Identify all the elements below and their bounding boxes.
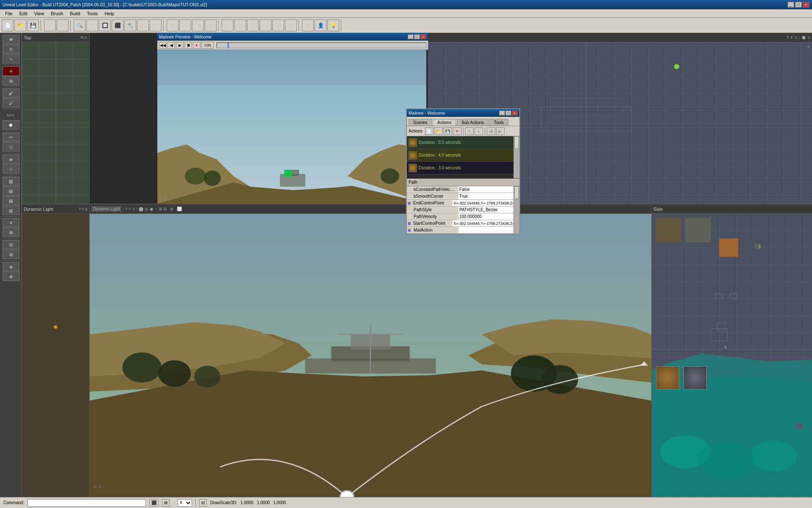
menu-view[interactable]: View (31, 10, 48, 17)
toolbar-d2[interactable]: 👤 (315, 19, 326, 31)
mat-down-btn[interactable]: ↓ (475, 127, 483, 135)
toolbar-c1[interactable]: ○ (222, 19, 233, 31)
mp-maximize[interactable]: □ (414, 34, 420, 39)
status-btn-2[interactable]: ⊞ (162, 499, 170, 507)
toolbar-c2[interactable]: ◎ (234, 19, 246, 31)
mat-action-row-3[interactable]: Duration : 3.0 seconds S (407, 162, 519, 174)
mat-action-row-1[interactable]: Duration : 0.0 seconds S (407, 136, 519, 149)
main3d-btn6[interactable]: ⊟ (163, 207, 167, 211)
toolbar-c3[interactable]: ● (247, 19, 259, 31)
front-vp-btn1[interactable]: ⬤ (802, 36, 806, 39)
toolbar-generic4[interactable]: 🔧 (124, 19, 136, 31)
mp-close[interactable]: × (420, 34, 426, 39)
main3d-icon-s[interactable]: S (132, 207, 135, 211)
front-icon-f[interactable]: F (791, 36, 793, 40)
path-prop-val-7[interactable]: ▼ (458, 227, 518, 233)
tab-scenes[interactable]: Scenes (409, 119, 432, 126)
main3d-viewport-body[interactable]: XZ (90, 214, 651, 497)
dl-viewport-body[interactable] (22, 214, 89, 497)
lt-final[interactable]: ⊕ (3, 262, 19, 271)
close-button[interactable]: × (803, 2, 809, 8)
mat-maximize[interactable]: □ (505, 110, 511, 116)
top-viewport-body[interactable] (22, 42, 89, 204)
mp-progress-cursor[interactable] (228, 43, 229, 48)
mp-rewind-btn[interactable]: ◀◀ (159, 42, 167, 49)
window-controls[interactable]: _ □ × (787, 2, 809, 8)
matinee-preview-canvas[interactable]: X Z (157, 50, 426, 204)
main3d-btn5[interactable]: ⊞ (159, 207, 162, 211)
matinee-preview-panel[interactable]: Matinee Preview - Welcome _ □ × ◀◀ ◀ ▶ ⏹… (157, 33, 428, 204)
toolbar-text[interactable]: A (137, 19, 149, 31)
matinee-dialog[interactable]: Matinee - Welcome _ □ × Scenes Actions S… (406, 108, 520, 235)
mp-minimize[interactable]: _ (408, 34, 414, 39)
menu-file[interactable]: File (2, 10, 16, 17)
actions-scrollbar-thumb[interactable] (514, 136, 519, 149)
path-prop-val-2[interactable]: True (458, 193, 518, 199)
menu-brush[interactable]: Brush (47, 10, 66, 17)
mat-action-row-2[interactable]: Duration : 4.0 seconds S (407, 149, 519, 162)
lt-terrain2[interactable]: ▤ (3, 186, 19, 196)
dl-icon1[interactable]: T (79, 207, 81, 211)
mp-play-btn[interactable]: ▶ (176, 42, 184, 49)
status-btn-1[interactable]: ⬛ (149, 499, 159, 507)
main3d-icon-t[interactable]: T (125, 207, 128, 211)
dynamic-light-viewport[interactable]: Dynamic Light T F S (22, 204, 90, 497)
mat-new-btn[interactable]: 📄 (425, 127, 433, 135)
lt-rot2[interactable]: ⊞ (3, 76, 19, 86)
mat-delete-btn[interactable]: ✕ (453, 127, 461, 135)
toolbar-b2[interactable]: ◧ (179, 19, 191, 31)
minimize-button[interactable]: _ (787, 2, 794, 8)
menu-edit[interactable]: Edit (16, 10, 31, 17)
toolbar-generic3[interactable]: ⬛ (112, 19, 123, 31)
path-prop-val-3[interactable]: X=-302.194946,Y=-1789.273438,Z=... (453, 200, 518, 206)
lt-move2[interactable]: ✛ (3, 66, 19, 76)
front-icon-t[interactable]: T (787, 36, 789, 40)
mp-record-btn[interactable]: ● (193, 42, 200, 49)
path-prop-val-6[interactable]: X=-302.194946,Y=-1789.273438,Z=... (453, 220, 518, 226)
mat-extra2-btn[interactable]: ▷ (496, 127, 505, 135)
path-scrollbar-thumb[interactable] (514, 186, 519, 199)
top-viewport[interactable]: Top ⧉ ✕ (22, 33, 90, 204)
path-prop-expand-3[interactable]: ⊞ (408, 201, 411, 205)
toolbar-d3[interactable]: 💡 (327, 19, 339, 31)
mat-extra1-btn[interactable]: ◁ (487, 127, 495, 135)
mp-stop-btn[interactable]: ⏹ (184, 42, 192, 49)
lt-vertex2[interactable]: ◇ (3, 164, 19, 174)
toolbar-c4[interactable]: ◉ (260, 19, 272, 31)
menu-tools[interactable]: Tools (84, 10, 102, 17)
mat-minimize[interactable]: _ (499, 110, 505, 116)
lt-final2[interactable]: ⊗ (3, 272, 19, 281)
lt-copy2[interactable]: ⊞ (3, 250, 19, 259)
side-viewport-body[interactable] (652, 214, 812, 497)
toolbar-search[interactable]: 🔍 (74, 19, 85, 31)
front-vp-btn2[interactable]: ◎ (807, 36, 810, 39)
dl-icon3[interactable]: S (85, 207, 88, 211)
lt-brush1[interactable]: 🖌 (3, 88, 19, 98)
toolbar-redo[interactable]: ↪ (57, 19, 69, 31)
main3d-icon-f[interactable]: F (129, 207, 132, 211)
toolbar-save[interactable]: 💾 (27, 19, 39, 31)
lt-terrain1[interactable]: ▨ (3, 177, 19, 186)
top-vp-icon1[interactable]: ⧉ (81, 35, 83, 40)
mat-up-btn[interactable]: ↑ (465, 127, 474, 135)
mat-close[interactable]: × (512, 110, 518, 116)
lt-scale[interactable]: ⤡ (3, 54, 19, 64)
lt-vertex1[interactable]: ◈ (3, 155, 19, 164)
maximize-button[interactable]: □ (795, 2, 802, 8)
toolbar-b4[interactable]: ⬕ (205, 19, 217, 31)
command-input[interactable] (27, 499, 146, 507)
toolbar-d1[interactable]: ▦ (302, 19, 314, 31)
lt-copy1[interactable]: ⊟ (3, 240, 19, 249)
path-prop-val-4[interactable]: PATHSTYLE_Bezier (458, 207, 518, 213)
main3d-btn2[interactable]: ◎ (145, 207, 148, 211)
main3d-btn1[interactable]: ⬤ (139, 207, 143, 211)
menu-help[interactable]: Help (101, 10, 118, 17)
lt-terrain4[interactable]: ▥ (3, 206, 19, 215)
status-display-btn[interactable]: ⊟ (199, 499, 207, 507)
toolbar-new[interactable]: 📄 (2, 19, 14, 31)
side-viewport[interactable]: Side (651, 204, 812, 497)
dl-icon2[interactable]: F (82, 207, 84, 211)
mp-back-btn[interactable]: ◀ (167, 42, 175, 49)
top-vp-icon2[interactable]: ✕ (84, 36, 88, 40)
main-3d-viewport[interactable]: Dynamic Light | T F S | ⬤ ◎ ◉ ○ ⊞ ⊟ ▣ ⬜ (90, 204, 651, 497)
